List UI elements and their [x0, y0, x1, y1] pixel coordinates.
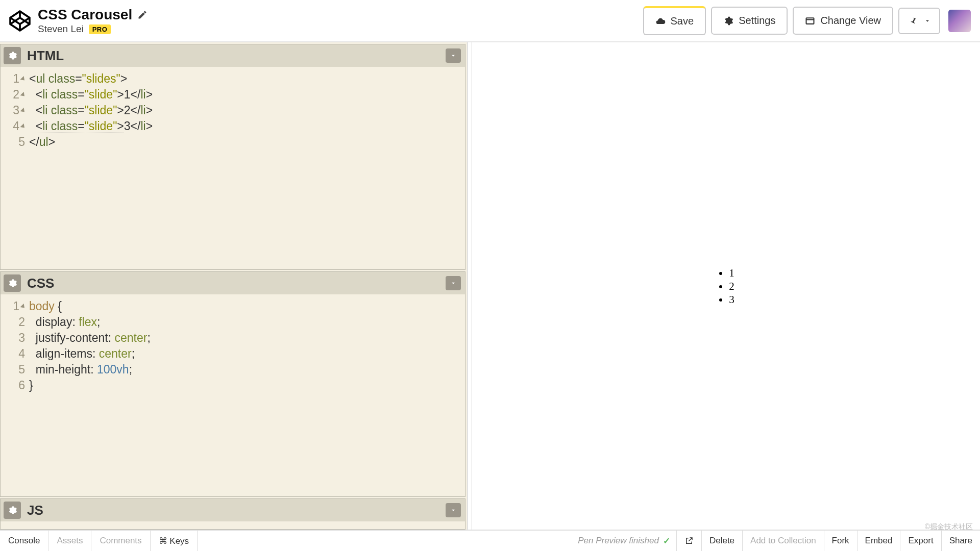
gutter-line: 1 [1, 71, 27, 87]
footer: ConsoleAssetsComments⌘ Keys Pen Preview … [0, 530, 980, 551]
panel-js-settings-button[interactable] [4, 502, 21, 519]
footer-console-button[interactable]: Console [0, 531, 48, 551]
fold-arrow-icon[interactable] [20, 76, 26, 82]
preview-item: 2 [729, 280, 734, 293]
html-gutter: 12345 [1, 67, 27, 269]
gutter-line: 4 [1, 118, 27, 134]
save-label: Save [671, 15, 694, 27]
watermark: ©掘金技术社区 [925, 522, 973, 532]
layout-icon [805, 16, 815, 26]
fold-arrow-icon[interactable] [20, 91, 26, 97]
preview-status: Pen Preview finished ✓ [572, 536, 676, 546]
gutter-line: 4 [1, 346, 27, 362]
gutter-line: 1 [1, 298, 27, 314]
save-button[interactable]: Save [643, 6, 706, 35]
gutter-line: 2 [1, 314, 27, 330]
panel-css: CSS 123456 body { display: flex; justify… [0, 271, 465, 497]
css-editor[interactable]: 123456 body { display: flex; justify-con… [1, 294, 465, 496]
user-avatar[interactable] [948, 10, 971, 32]
gutter-line: 6 [1, 378, 27, 393]
gutter-line: 5 [1, 134, 27, 150]
codepen-logo-icon[interactable] [9, 10, 31, 32]
panel-js-collapse-button[interactable] [446, 503, 461, 517]
panel-js: JS [0, 498, 465, 530]
html-editor[interactable]: 12345 <ul class="slides"> <li class="sli… [1, 67, 465, 269]
fold-arrow-icon[interactable] [20, 107, 26, 113]
footer-delete-button[interactable]: Delete [701, 531, 742, 551]
workspace: HTML 12345 <ul class="slides"> <li class… [0, 42, 980, 530]
change-view-label: Change View [820, 15, 881, 27]
panel-html-title: HTML [27, 48, 446, 64]
footer-add-to-collection-button[interactable]: Add to Collection [742, 531, 824, 551]
panel-html-header: HTML [1, 44, 465, 67]
panel-css-collapse-button[interactable] [446, 276, 461, 290]
fold-arrow-icon[interactable] [20, 303, 26, 309]
gutter-line: 5 [1, 362, 27, 378]
edit-title-icon[interactable] [137, 10, 148, 20]
header: CSS Carousel Steven Lei PRO Save Setting… [0, 0, 980, 42]
settings-button[interactable]: Settings [711, 7, 788, 35]
footer-assets-button[interactable]: Assets [48, 531, 91, 551]
author-name[interactable]: Steven Lei [38, 23, 84, 35]
preview-item: 3 [729, 293, 734, 306]
gutter-line: 2 [1, 87, 27, 103]
panel-css-settings-button[interactable] [4, 274, 21, 292]
gutter-line: 3 [1, 330, 27, 346]
footer-embed-button[interactable]: Embed [857, 531, 900, 551]
pin-dropdown-button[interactable] [898, 8, 940, 34]
open-external-button[interactable] [676, 531, 701, 551]
check-icon: ✓ [663, 536, 670, 546]
footer-fork-button[interactable]: Fork [824, 531, 857, 551]
panel-js-header: JS [1, 499, 465, 521]
chevron-down-icon [924, 17, 931, 24]
panel-html: HTML 12345 <ul class="slides"> <li class… [0, 44, 465, 270]
footer-comments-button[interactable]: Comments [91, 531, 150, 551]
css-code[interactable]: body { display: flex; justify-content: c… [27, 294, 465, 496]
fold-arrow-icon[interactable] [20, 123, 26, 129]
gear-icon [723, 16, 733, 26]
gutter-line: 3 [1, 103, 27, 118]
footer-keys-button[interactable]: ⌘ Keys [151, 531, 198, 551]
panel-css-header: CSS [1, 272, 465, 294]
open-external-icon [684, 536, 694, 545]
preview-pane[interactable]: 123 [472, 42, 980, 530]
header-actions: Save Settings Change View [643, 6, 971, 35]
status-text: Pen Preview finished [578, 536, 659, 546]
html-code[interactable]: <ul class="slides"> <li class="slide">1<… [27, 67, 465, 269]
panel-css-title: CSS [27, 276, 446, 291]
css-gutter: 123456 [1, 294, 27, 496]
vertical-splitter[interactable] [467, 42, 472, 530]
panel-html-collapse-button[interactable] [446, 48, 461, 63]
svg-rect-0 [806, 18, 814, 24]
footer-export-button[interactable]: Export [900, 531, 941, 551]
preview-item: 1 [729, 266, 734, 280]
panel-html-settings-button[interactable] [4, 47, 21, 64]
pin-icon [908, 16, 918, 26]
pro-badge: PRO [89, 24, 111, 34]
panel-js-title: JS [27, 503, 446, 518]
change-view-button[interactable]: Change View [793, 7, 893, 35]
title-block: CSS Carousel Steven Lei PRO [38, 7, 643, 35]
pen-title[interactable]: CSS Carousel [38, 7, 132, 23]
settings-label: Settings [739, 15, 775, 27]
cloud-icon [655, 16, 666, 27]
editor-column: HTML 12345 <ul class="slides"> <li class… [0, 42, 467, 530]
footer-share-button[interactable]: Share [941, 531, 980, 551]
preview-list: 123 [718, 266, 734, 306]
